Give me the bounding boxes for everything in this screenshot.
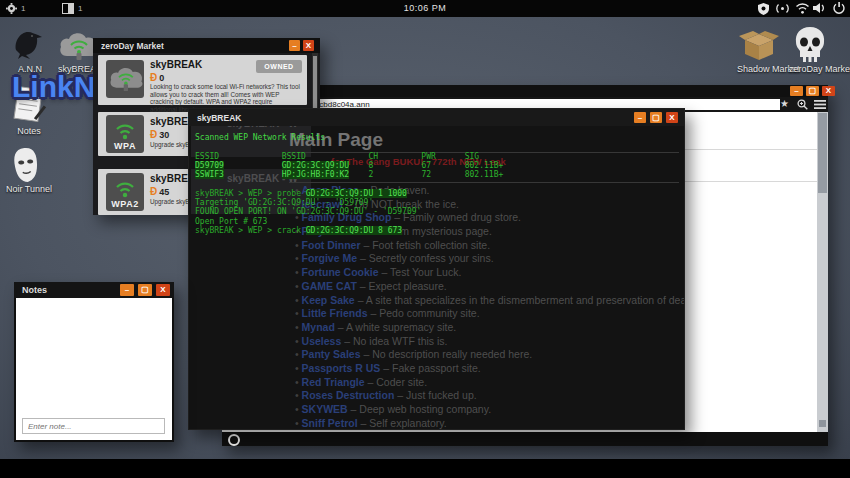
- wiki-link-description: – Coder site.: [365, 376, 427, 388]
- broadcast-icon[interactable]: [775, 3, 790, 14]
- wiki-list-item[interactable]: • Mynad – A white supremacy site.: [295, 322, 680, 333]
- clock: 10:06 PM: [375, 3, 475, 13]
- currency-icon: Ð: [150, 129, 157, 140]
- skull-icon: [789, 24, 847, 64]
- terminal-line: [195, 142, 503, 151]
- wiki-link[interactable]: GAME CAT: [302, 280, 357, 292]
- close-button[interactable]: X: [822, 86, 835, 96]
- book-icon: [62, 3, 74, 14]
- menu-hamburger-icon[interactable]: [814, 99, 826, 110]
- bullet: •: [295, 280, 302, 292]
- wiki-link[interactable]: Useless: [302, 335, 342, 347]
- terminal-line: skyBREAK > WEP > probe GD:2G:3C:Q9:DU 1 …: [195, 189, 503, 198]
- close-button[interactable]: X: [666, 112, 678, 123]
- bullet: •: [295, 417, 302, 429]
- minimize-button[interactable]: –: [289, 40, 300, 51]
- shield-icon[interactable]: [758, 3, 769, 15]
- wiki-link[interactable]: SKYWEB: [302, 403, 348, 415]
- notes-window[interactable]: Notes – ▢ X: [14, 282, 174, 442]
- minimize-button[interactable]: –: [634, 112, 646, 123]
- wiki-link-description: – A white supremacy site.: [335, 321, 456, 333]
- desktop-icon-label: zeroDay Market: [789, 64, 847, 74]
- wiki-link[interactable]: Red Triangle: [302, 376, 365, 388]
- terminal-line: FOUND OPEN PORT! ON 'GD:2G:3C:Q9:DU' - '…: [195, 207, 503, 216]
- wiki-list-item[interactable]: • Little Friends – Pedo community site.: [295, 308, 680, 319]
- bullet: •: [295, 376, 302, 388]
- scrollbar-thumb[interactable]: [818, 113, 827, 193]
- wiki-list-item[interactable]: • Passports R US – Fake passport site.: [295, 363, 680, 374]
- wiki-link[interactable]: Little Friends: [302, 307, 368, 319]
- bullet: •: [295, 335, 302, 347]
- browser-scrollbar[interactable]: [817, 112, 828, 432]
- cloud-wifi-icon: [106, 60, 144, 98]
- wiki-link[interactable]: Passports R US: [302, 362, 381, 374]
- minimize-button[interactable]: –: [790, 86, 803, 96]
- market-title-bar[interactable]: zeroDay Market – X: [93, 38, 320, 53]
- wiki-list-item[interactable]: • Forgive Me – Secretly confess your sin…: [295, 253, 680, 264]
- wiki-list-item[interactable]: • Foot Dinner – Foot fetish collection s…: [295, 240, 680, 251]
- mask-icon: [6, 146, 48, 184]
- desktop-icon-ann[interactable]: A.N.N: [8, 24, 52, 74]
- terminal-output[interactable]: Scanned WEP Network Results ESSID BSSID …: [195, 133, 503, 235]
- wiki-list-item[interactable]: • Useless – No idea WTF this is.: [295, 336, 680, 347]
- power-icon[interactable]: [833, 2, 845, 14]
- wiki-link-description: – A site that specializes in the dismemb…: [355, 294, 684, 306]
- wiki-link[interactable]: Mynad: [302, 321, 335, 333]
- wiki-list-item[interactable]: • Panty Sales – No description really ne…: [295, 349, 680, 360]
- wiki-list-item[interactable]: • Keep Sake – A site that specializes in…: [295, 295, 680, 306]
- wiki-link[interactable]: Sniff Petrol: [302, 417, 358, 429]
- close-button[interactable]: X: [156, 284, 170, 296]
- desktop-icon-shadow-market[interactable]: Shadow Market: [737, 26, 795, 74]
- wiki-link-description: – Fake passport site.: [380, 362, 480, 374]
- bullet: •: [295, 348, 302, 360]
- wiki-link[interactable]: Panty Sales: [302, 348, 361, 360]
- wiki-link-description: – Pedo community site.: [368, 307, 480, 319]
- note-input[interactable]: [22, 418, 165, 434]
- wiki-link-description: – Foot fetish collection site.: [361, 239, 491, 251]
- desktop-icon-noir-tunnel[interactable]: Noir Tunnel: [6, 146, 48, 194]
- wiki-link[interactable]: Fortune Cookie: [302, 266, 379, 278]
- desktop-icon-zeroday-market[interactable]: zeroDay Market: [789, 24, 847, 74]
- wiki-list-item[interactable]: • Red Triangle – Coder site.: [295, 377, 680, 388]
- wiki-link[interactable]: Keep Sake: [302, 294, 355, 306]
- market-item-title: skyBREAK: [150, 59, 202, 70]
- wiki-list-item[interactable]: • GAME CAT – Expect pleasure.: [295, 281, 680, 292]
- notes-title-bar[interactable]: Notes – ▢ X: [14, 282, 174, 298]
- maximize-button[interactable]: ▢: [806, 86, 819, 96]
- maximize-button[interactable]: ▢: [650, 112, 662, 123]
- crow-icon: [8, 24, 52, 64]
- wiki-link-description: – No idea WTF this is.: [341, 335, 447, 347]
- wiki-link-description: – No description really needed here.: [361, 348, 533, 360]
- bullet: •: [295, 307, 302, 319]
- wiki-link[interactable]: Roses Destruction: [302, 389, 395, 401]
- wpa2-icon: WPA2: [106, 173, 144, 211]
- bookmark-star-icon[interactable]: ★: [780, 98, 789, 109]
- maximize-button[interactable]: ▢: [138, 284, 152, 296]
- desktop-icon-label: Shadow Market: [737, 64, 795, 74]
- terminal-line: Targeting 'GD:2G:3C:Q9:DU' - 'D59709': [195, 198, 503, 207]
- wiki-link[interactable]: Foot Dinner: [302, 239, 361, 251]
- desktop-icon-label: Notes: [9, 126, 49, 136]
- market-item-price: Ð45: [150, 186, 169, 197]
- wiki-list-item[interactable]: • SKYWEB – Deep web hosting company.: [295, 404, 680, 415]
- wifi-icon[interactable]: [796, 3, 809, 14]
- wiki-list-item[interactable]: • Roses Destruction – Just fucked up.: [295, 390, 680, 401]
- market-item-skybreak[interactable]: skyBREAK OWNED Ð0 Looking to crack some …: [98, 55, 307, 105]
- bullet: •: [295, 294, 302, 306]
- wiki-link[interactable]: Forgive Me: [302, 252, 357, 264]
- terminal-title-bar[interactable]: skyBREAK – ▢ X: [189, 109, 684, 126]
- owned-badge: OWNED: [256, 60, 302, 73]
- skybreak-terminal-window[interactable]: skyBREAK - W skyBREAK - W Main Page for …: [188, 108, 685, 430]
- notes-list-area: [16, 298, 172, 440]
- bullet: •: [295, 389, 302, 401]
- close-button[interactable]: X: [303, 40, 314, 51]
- wiki-list-item[interactable]: • Sniff Petrol – Self explanatory.: [295, 418, 680, 429]
- volume-icon[interactable]: [813, 2, 826, 14]
- minimize-button[interactable]: –: [120, 284, 134, 296]
- wiki-list-item[interactable]: • Fortune Cookie – Test Your Luck.: [295, 267, 680, 278]
- book-count: 1: [78, 4, 82, 13]
- zoom-search-icon[interactable]: [797, 99, 808, 110]
- scrollbar-button[interactable]: [819, 420, 826, 427]
- gear-icon: [6, 3, 17, 14]
- bullet: •: [295, 252, 302, 264]
